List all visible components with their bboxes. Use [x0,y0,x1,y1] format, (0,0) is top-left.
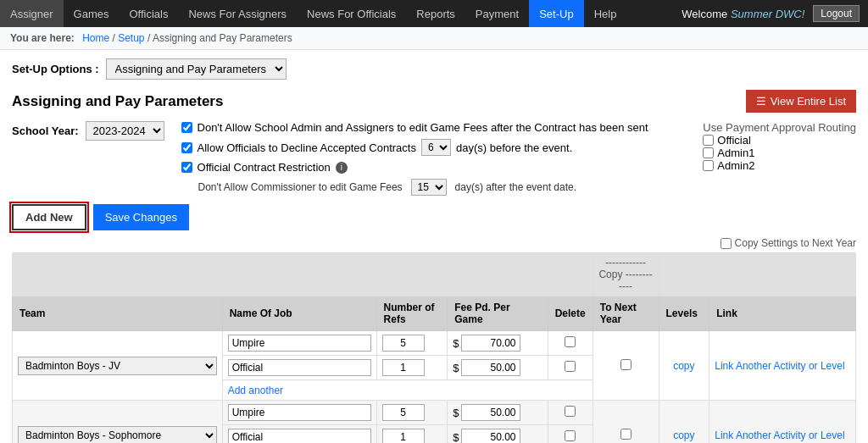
copy-next-cell-soph [593,401,659,444]
school-year-select[interactable]: 2023-2024 [86,121,164,141]
dollar-sign-soph-2: $ [453,431,459,444]
dollar-sign-jv-1: $ [453,337,459,350]
info-icon[interactable]: i [336,162,348,174]
breadcrumb-home[interactable]: Home [82,32,109,44]
game-fees-row: Don't Allow School Admin and Assigners t… [181,121,687,134]
dollar-sign-jv-2: $ [453,362,459,374]
link-button-jv[interactable]: Link Another Activity or Level [715,360,844,372]
fee-cell-soph-2: $ [448,425,548,444]
copy-settings-checkbox[interactable] [721,238,732,249]
view-entire-label: View Entire List [771,95,846,108]
restriction-sublabel-row: Don't Allow Commissioner to edit Game Fe… [181,179,687,196]
setup-options-row: Set-Up Options : Assigning and Pay Param… [12,58,856,80]
delete-cell-jv-2 [548,356,593,380]
routing-admin2-checkbox[interactable] [703,160,714,171]
game-fees-checkbox[interactable] [181,122,192,133]
page-title-row: Assigning and Pay Parameters ☰ View Enti… [12,90,856,113]
you-are-here-label: You are here: [10,32,75,44]
copy-header-row: ------------ Copy ------------ [13,253,856,296]
refs-input-soph-1[interactable] [382,404,425,421]
game-fees-label: Don't Allow School Admin and Assigners t… [198,121,648,134]
breadcrumb-setup[interactable]: Setup [118,32,144,44]
copy-button-soph[interactable]: copy [673,429,694,441]
setup-options-select[interactable]: Assigning and Pay Parameters [106,58,287,80]
nav-help[interactable]: Help [584,0,627,27]
link-cell-jv: Link Another Activity or Level [709,331,856,401]
nav-payment[interactable]: Payment [465,0,529,27]
delete-checkbox-jv-2[interactable] [565,361,576,372]
table-header-row: Team Name Of Job Number of Refs Fee Pd. … [13,296,856,331]
team-select-soph[interactable]: Badminton Boys - Sophomore [18,426,217,444]
fee-input-soph-2[interactable] [461,429,520,443]
refs-cell-jv-2 [376,356,448,380]
team-select-jv[interactable]: Badminton Boys - JV [18,357,217,375]
nav-games[interactable]: Games [64,0,120,27]
action-buttons: Add New Save Changes [12,204,856,230]
dollar-sign-soph-1: $ [453,407,459,419]
copy-next-checkbox-jv[interactable] [620,359,632,370]
fee-input-jv-2[interactable] [461,359,520,376]
fee-input-soph-1[interactable] [461,404,520,421]
fee-cell-soph-1: $ [448,401,548,425]
breadcrumb-current: Assigning and Pay Parameters [153,32,292,44]
nav-news-assigners[interactable]: News For Assigners [178,0,297,27]
routing-official-checkbox[interactable] [703,135,714,146]
decline-days-select[interactable]: 6 [421,139,451,156]
decline-checkbox[interactable] [181,142,192,153]
list-icon: ☰ [756,95,766,108]
job-input-soph-2[interactable] [228,429,371,443]
nav-news-officials[interactable]: News For Officials [297,0,406,27]
settings-checkboxes: Don't Allow School Admin and Assigners t… [181,121,687,196]
save-changes-button[interactable]: Save Changes [93,204,189,230]
restriction-days-select[interactable]: 15 [411,179,447,196]
fee-input-jv-1[interactable] [461,335,520,352]
restriction-label: Official Contract Restriction [198,161,331,174]
job-input-jv-1[interactable] [228,335,371,352]
job-cell-soph-2 [222,425,376,444]
add-new-button[interactable]: Add New [12,204,86,230]
page-title: Assigning and Pay Parameters [12,93,746,110]
nav-assigner[interactable]: Assigner [0,0,64,27]
th-delete: Delete [548,296,593,331]
routing-admin2-label: Admin2 [717,159,754,172]
job-input-jv-2[interactable] [228,359,371,376]
table-row: Badminton Boys - Sophomore $ [13,401,856,425]
routing-admin1-checkbox[interactable] [703,147,714,158]
welcome-name: Summer DWC! [731,8,804,20]
decline-row: Allow Officials to Decline Accepted Cont… [181,139,687,156]
nav-reports[interactable]: Reports [406,0,465,27]
refs-input-jv-1[interactable] [382,335,425,352]
delete-checkbox-soph-2[interactable] [565,430,576,441]
link-button-soph[interactable]: Link Another Activity or Level [715,429,844,441]
delete-checkbox-soph-1[interactable] [565,406,576,417]
breadcrumb: You are here: Home / Setup / Assigning a… [0,27,868,50]
view-entire-button[interactable]: ☰ View Entire List [746,90,856,113]
refs-input-jv-2[interactable] [382,359,425,376]
copy-settings-row: Copy Settings to Next Year [12,237,856,249]
link-cell-soph: Link Another Activity or Level [709,401,856,444]
routing-admin1-label: Admin1 [717,147,754,159]
th-refs: Number of Refs [376,296,448,331]
team-cell-jv: Badminton Boys - JV [13,331,223,401]
add-another-cell-jv: Add another [222,380,593,401]
team-cell-soph: Badminton Boys - Sophomore [13,401,223,444]
copy-button-jv[interactable]: copy [673,360,694,372]
restriction-checkbox[interactable] [181,162,192,173]
job-input-soph-1[interactable] [228,404,371,421]
levels-cell-soph: copy [659,401,709,444]
nav-right: Welcome Summer DWC! Logout [673,0,868,27]
copy-next-checkbox-soph[interactable] [620,429,632,440]
refs-input-soph-2[interactable] [382,429,425,443]
routing-admin2: Admin2 [703,159,856,172]
logout-button[interactable]: Logout [813,5,860,22]
copy-settings-label: Copy Settings to Next Year [735,237,856,249]
fee-cell-jv-2: $ [448,356,548,380]
add-another-jv[interactable]: Add another [228,385,283,396]
welcome-text: Welcome [682,8,727,20]
nav-officials[interactable]: Officials [119,0,178,27]
restriction-row: Official Contract Restriction i [181,161,687,174]
nav-setup[interactable]: Set-Up [529,0,583,27]
delete-checkbox-jv-1[interactable] [565,336,576,347]
routing-title: Use Payment Approval Routing [703,121,856,134]
th-team: Team [13,296,223,331]
